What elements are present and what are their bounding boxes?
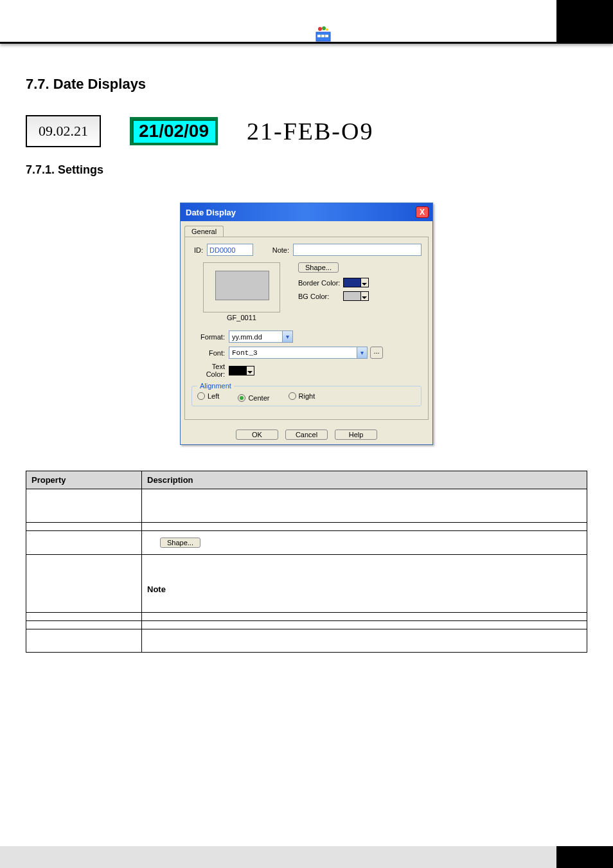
th-description: Description (142, 471, 587, 489)
shape-preview (203, 262, 280, 312)
shape-preview-caption: GF_0011 (203, 314, 280, 321)
footer-corner-block (556, 846, 613, 868)
page-header (0, 0, 613, 44)
bg-color-picker[interactable] (343, 291, 369, 301)
chevron-down-icon: ▾ (357, 347, 367, 358)
text-color-label: Text Color: (191, 363, 229, 378)
tab-body: ID: Note: GF_0011 Shape... Border Color: (184, 237, 429, 420)
table-row (26, 629, 587, 653)
dialog-titlebar[interactable]: Date Display X (181, 203, 432, 221)
svg-point-6 (326, 28, 328, 31)
font-label: Font: (191, 349, 229, 357)
subsection-heading: 7.7.1. Settings (26, 163, 587, 177)
text-color-picker[interactable] (229, 366, 254, 375)
note-label: Note: (253, 246, 293, 254)
format-label: Format: (191, 333, 229, 341)
id-field[interactable] (207, 244, 253, 256)
header-corner-block (556, 0, 613, 44)
table-row (26, 489, 587, 523)
table-row (26, 523, 587, 531)
note-label-bold: Note (147, 584, 582, 594)
dialog-button-row: OK Cancel Help (185, 429, 428, 440)
cancel-button[interactable]: Cancel (285, 429, 328, 440)
date-display-dialog: Date Display X General ID: Note: GF_0011 (180, 203, 433, 445)
border-color-label: Border Color: (298, 279, 343, 287)
bg-color-label: BG Color: (298, 293, 343, 300)
help-button[interactable]: Help (335, 429, 377, 440)
property-table: Property Description Shape... Note (26, 471, 587, 653)
section-heading: 7.7. Date Displays (26, 76, 587, 93)
svg-rect-2 (321, 35, 324, 37)
border-color-picker[interactable] (343, 278, 369, 287)
svg-rect-3 (325, 35, 328, 37)
th-property: Property (26, 471, 142, 489)
svg-point-5 (322, 26, 326, 30)
alignment-group: Alignment Left Center Right (191, 382, 422, 406)
format-select[interactable]: yy.mm.dd▾ (229, 330, 293, 343)
alignment-legend: Alignment (197, 382, 234, 390)
app-icon (315, 26, 332, 42)
table-row: Shape... (26, 531, 587, 555)
font-select[interactable]: Font_3▾ (229, 347, 368, 359)
shape-button[interactable]: Shape... (298, 262, 339, 273)
table-row (26, 621, 587, 629)
ok-button[interactable]: OK (236, 429, 278, 440)
page-footer (0, 846, 613, 868)
date-sample-1: 09.02.21 (26, 115, 101, 147)
date-sample-3: 21-FEB-O9 (247, 117, 373, 145)
align-left-radio[interactable]: Left (197, 392, 219, 400)
tab-general[interactable]: General (184, 226, 224, 237)
chevron-down-icon: ▾ (282, 331, 292, 342)
font-browse-button[interactable]: ... (370, 347, 383, 359)
table-row (26, 613, 587, 621)
inline-shape-button[interactable]: Shape... (160, 538, 200, 548)
id-label: ID: (191, 246, 207, 254)
table-row: Note (26, 555, 587, 613)
align-center-radio[interactable]: Center (238, 394, 269, 402)
align-right-radio[interactable]: Right (289, 392, 315, 400)
svg-rect-1 (317, 35, 321, 37)
date-sample-row: 09.02.21 21/02/09 21-FEB-O9 (26, 115, 587, 147)
note-field[interactable] (293, 244, 422, 256)
date-sample-2: 21/02/09 (130, 117, 218, 145)
dialog-title-text: Date Display (186, 208, 236, 217)
tab-strip: General (181, 221, 432, 237)
svg-point-4 (318, 27, 322, 31)
close-icon[interactable]: X (416, 206, 429, 218)
